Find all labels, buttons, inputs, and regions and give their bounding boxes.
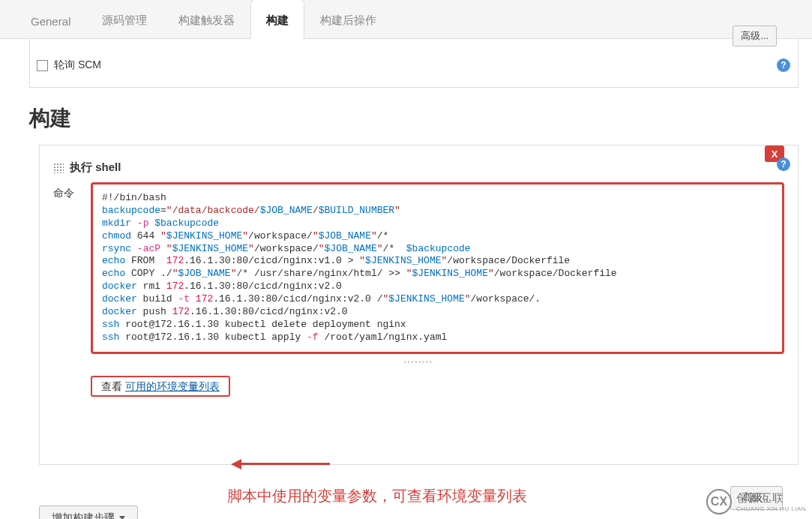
content-area: 高级... 轮询 SCM ? 构建 X ? 执行 shell 命令 #!/bin… xyxy=(0,39,812,519)
section-title-build: 构建 xyxy=(29,104,799,133)
build-step-header[interactable]: 执行 shell xyxy=(53,160,784,175)
triggers-section-fragment: 高级... 轮询 SCM ? xyxy=(29,39,799,88)
drag-handle-icon[interactable] xyxy=(53,163,64,173)
command-row: 命令 #!/bin/bash backupcode="/data/backcod… xyxy=(53,182,784,354)
add-build-step-label: 增加构建步骤 xyxy=(52,512,115,519)
tabs-bar: General 源码管理 构建触发器 构建 构建后操作 xyxy=(0,0,812,39)
resize-handle[interactable]: ▪▪▪▪▪▪▪▪ xyxy=(53,358,784,365)
annotation-arrow-icon xyxy=(240,463,330,465)
build-step-title: 执行 shell xyxy=(70,160,121,175)
shell-command-textarea[interactable]: #!/bin/bash backupcode="/data/backcode/$… xyxy=(91,182,784,354)
advanced-button-top[interactable]: 高级... xyxy=(733,26,777,46)
watermark-cn: 创新互联 xyxy=(736,491,806,506)
env-vars-link-box: 查看 可用的环境变量列表 xyxy=(91,376,230,397)
tab-triggers[interactable]: 构建触发器 xyxy=(163,0,250,38)
poll-scm-label: 轮询 SCM xyxy=(54,58,101,72)
poll-scm-row: 轮询 SCM ? xyxy=(29,58,798,80)
caret-down-icon xyxy=(119,516,125,519)
tab-postbuild[interactable]: 构建后操作 xyxy=(304,0,392,38)
tab-general[interactable]: General xyxy=(15,1,86,38)
build-step-shell: X ? 执行 shell 命令 #!/bin/bash backupcode="… xyxy=(39,145,799,465)
help-icon[interactable]: ? xyxy=(777,58,790,72)
see-prefix: 查看 xyxy=(101,380,125,392)
watermark: CX 创新互联 CHUANG XIN HU LIAN xyxy=(706,489,806,514)
tab-build[interactable]: 构建 xyxy=(250,0,304,39)
add-build-step-dropdown[interactable]: 增加构建步骤 xyxy=(39,506,138,519)
command-label: 命令 xyxy=(53,182,77,200)
env-vars-link[interactable]: 可用的环境变量列表 xyxy=(125,380,220,392)
poll-scm-checkbox[interactable] xyxy=(37,60,48,71)
watermark-logo-icon: CX xyxy=(706,489,732,514)
annotation-text: 脚本中使用的变量参数，可查看环境变量列表 xyxy=(227,486,527,506)
watermark-en: CHUANG XIN HU LIAN xyxy=(736,506,806,512)
tab-scm[interactable]: 源码管理 xyxy=(86,0,163,38)
